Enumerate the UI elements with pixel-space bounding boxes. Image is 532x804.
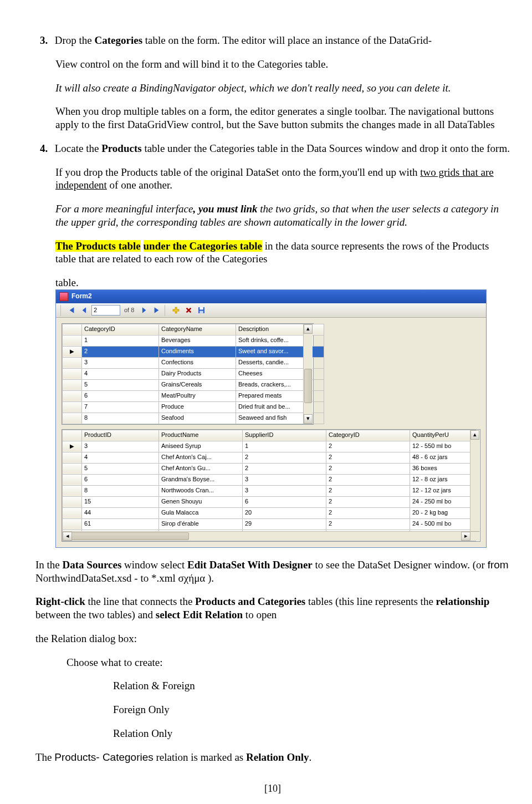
table-row[interactable]: 8SeafoodSeaweed and fish bbox=[63, 413, 324, 424]
page-number: [10] bbox=[35, 782, 510, 795]
nav-delete-button[interactable] bbox=[183, 305, 194, 316]
table-row[interactable]: 15Genen Shouyu6224 - 250 ml bo bbox=[63, 496, 476, 507]
column-header[interactable]: ProductName bbox=[159, 430, 243, 441]
nav-first-button[interactable] bbox=[66, 305, 77, 316]
binding-navigator: 2 of 8 bbox=[56, 303, 486, 318]
form-window: Form2 2 of 8 bbox=[55, 289, 487, 548]
categories-datagrid[interactable]: CategoryIDCategoryNameDescription1Bevera… bbox=[62, 323, 314, 425]
scroll-down-icon[interactable]: ▾ bbox=[304, 414, 313, 424]
column-header[interactable]: CategoryID bbox=[326, 430, 410, 441]
table-row[interactable]: ▶2CondimentsSweet and savor... bbox=[63, 346, 324, 357]
table-row[interactable]: 5Chef Anton's Gu...2236 boxes bbox=[63, 463, 476, 474]
table-row[interactable]: ▶3Aniseed Syrup1212 - 550 ml bo bbox=[63, 441, 476, 452]
list-item-3: 3. Drop the Categories table on the form… bbox=[35, 34, 510, 131]
table-row[interactable]: 1BeveragesSoft drinks, coffe... bbox=[63, 335, 324, 346]
column-header[interactable]: SupplierID bbox=[243, 430, 326, 441]
svg-rect-1 bbox=[200, 307, 203, 309]
table-row[interactable]: 4Dairy ProductsCheeses bbox=[63, 368, 324, 379]
table-row[interactable]: 5Grains/CerealsBreads, crackers,... bbox=[63, 379, 324, 390]
column-header[interactable]: CategoryName bbox=[159, 324, 236, 335]
nav-count-label: of 8 bbox=[124, 307, 134, 314]
step-number: 3. bbox=[40, 34, 52, 47]
table-row[interactable]: 6Meat/PoultryPrepared meats bbox=[63, 390, 324, 401]
products-datagrid[interactable]: ProductIDProductNameSupplierIDCategoryID… bbox=[62, 429, 480, 542]
form-icon bbox=[59, 292, 68, 301]
scrollbar-horizontal[interactable]: ◂ ▸ bbox=[63, 531, 470, 541]
nav-prev-button[interactable] bbox=[79, 305, 90, 316]
title-bar[interactable]: Form2 bbox=[56, 290, 486, 303]
column-header[interactable]: ProductID bbox=[82, 430, 159, 441]
window-title: Form2 bbox=[71, 292, 92, 301]
table-row[interactable]: 6Grandma's Boyse...3212 - 8 oz jars bbox=[63, 474, 476, 485]
scroll-thumb[interactable] bbox=[304, 369, 312, 403]
scrollbar-vertical[interactable]: ▴ ▾ bbox=[470, 430, 479, 541]
column-header[interactable]: QuantityPerU bbox=[410, 430, 476, 441]
table-row[interactable]: 44Gula Malacca20220 - 2 kg bag bbox=[63, 507, 476, 518]
scroll-right-icon[interactable]: ▸ bbox=[461, 532, 470, 541]
nav-next-button[interactable] bbox=[138, 305, 149, 316]
nav-add-button[interactable] bbox=[170, 305, 181, 316]
nav-position-input[interactable]: 2 bbox=[91, 305, 120, 316]
nav-save-button[interactable] bbox=[196, 305, 207, 316]
nav-last-button[interactable] bbox=[151, 305, 162, 316]
scroll-up-icon[interactable]: ▴ bbox=[470, 430, 479, 440]
list-item-4: 4. Locate the Products table under the C… bbox=[35, 142, 510, 548]
table-row[interactable]: 4Chef Anton's Caj...2248 - 6 oz jars bbox=[63, 452, 476, 463]
table-row[interactable]: 7ProduceDried fruit and be... bbox=[63, 401, 324, 413]
table-row[interactable]: 61Sirop d'érable29224 - 500 ml bo bbox=[63, 518, 476, 530]
table-row[interactable]: 8Northwoods Cran...3212 - 12 oz jars bbox=[63, 485, 476, 496]
scroll-left-icon[interactable]: ◂ bbox=[63, 532, 72, 541]
svg-rect-2 bbox=[200, 311, 203, 313]
scroll-thumb[interactable] bbox=[71, 532, 189, 540]
step-number: 4. bbox=[40, 142, 52, 155]
scroll-up-icon[interactable]: ▴ bbox=[304, 324, 313, 334]
table-row[interactable]: 3ConfectionsDesserts, candie... bbox=[63, 357, 324, 368]
scrollbar-vertical[interactable]: ▴ ▾ bbox=[303, 324, 313, 424]
column-header[interactable]: CategoryID bbox=[82, 324, 159, 335]
